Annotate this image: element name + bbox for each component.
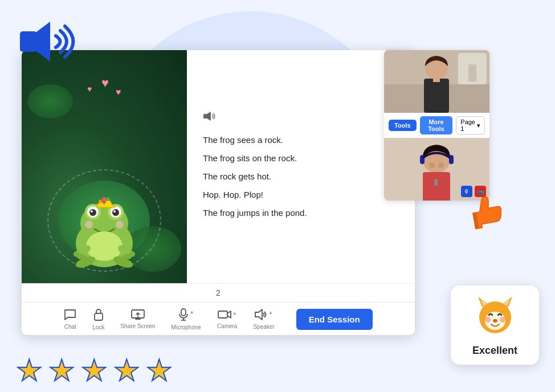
svg-rect-29 <box>203 114 207 119</box>
heart-3: ♥ <box>116 87 121 97</box>
browser-window: ♥ ♥ ♥ <box>22 50 415 335</box>
teacher-image <box>384 50 489 113</box>
story-line-2: The frog sits on the rock. <box>203 150 399 167</box>
camera-label: Camera <box>217 323 238 329</box>
heart-1: ♥ <box>87 84 92 93</box>
svg-point-13 <box>116 220 124 228</box>
tools-bar: Tools More Tools Page 1 ▾ <box>384 113 489 138</box>
svg-point-16 <box>99 200 102 203</box>
svg-point-18 <box>86 231 123 261</box>
more-tools-button[interactable]: More Tools <box>420 116 453 134</box>
svg-rect-33 <box>181 309 186 316</box>
mic-status-icon: 🎙 <box>461 186 472 197</box>
svg-point-52 <box>438 162 444 168</box>
microphone-arrow[interactable]: ▲ <box>190 309 194 315</box>
student-video: 🎙 📹 <box>384 138 489 201</box>
toolbar: Chat Lock Share Screen <box>22 302 415 335</box>
text-content: The frog sees a rock. The frog sits on t… <box>187 50 415 283</box>
camera-button[interactable]: ▲ Camera <box>217 309 238 329</box>
end-session-button[interactable]: End Session <box>296 309 373 330</box>
svg-rect-36 <box>218 311 227 318</box>
svg-point-9 <box>112 209 119 216</box>
svg-point-17 <box>107 198 110 201</box>
svg-marker-1 <box>36 22 50 62</box>
star-3: ★ <box>81 356 108 385</box>
svg-rect-0 <box>21 32 36 51</box>
page-select-chevron: ▾ <box>477 122 480 129</box>
fox-emoji <box>459 296 531 340</box>
speaker-label: Speaker <box>253 324 274 330</box>
video-panel: Tools More Tools Page 1 ▾ 🎙 📹 <box>384 50 489 201</box>
share-screen-label: Share Screen <box>120 323 155 329</box>
svg-rect-44 <box>433 77 440 82</box>
svg-point-12 <box>85 220 93 228</box>
frog-illustration: ♥ ♥ ♥ <box>22 50 187 283</box>
svg-rect-41 <box>468 64 476 81</box>
story-line-1: The frog sees a rock. <box>203 132 399 149</box>
speaker-arrow[interactable]: ▲ <box>268 310 273 315</box>
svg-point-59 <box>485 317 491 322</box>
lock-button[interactable]: Lock <box>92 308 104 330</box>
share-screen-button[interactable]: Share Screen <box>120 309 155 329</box>
star-1: ★ <box>16 356 43 385</box>
page-select[interactable]: Page 1 ▾ <box>456 116 485 134</box>
sound-indicator[interactable] <box>203 111 399 125</box>
svg-point-10 <box>91 210 93 213</box>
teacher-video <box>384 50 489 113</box>
svg-point-11 <box>113 210 116 213</box>
speaker-button[interactable]: ▲ Speaker <box>253 309 274 330</box>
book-content: ♥ ♥ ♥ <box>22 50 415 283</box>
svg-point-61 <box>493 319 497 322</box>
frog-svg <box>67 183 141 269</box>
star-2: ★ <box>48 356 75 385</box>
svg-point-8 <box>89 209 96 216</box>
speaker-icon <box>255 309 267 322</box>
star-4: ★ <box>113 356 140 385</box>
lock-label: Lock <box>92 324 104 330</box>
story-text: The frog sees a rock. The frog sits on t… <box>203 132 399 223</box>
svg-point-15 <box>102 197 107 202</box>
svg-marker-37 <box>255 309 262 320</box>
page-number: 2 <box>22 283 415 302</box>
chat-label: Chat <box>64 324 76 330</box>
star-5: ★ <box>146 356 173 385</box>
chat-icon <box>64 309 76 322</box>
svg-rect-50 <box>434 179 438 186</box>
svg-rect-43 <box>424 79 449 113</box>
camera-arrow[interactable]: ▲ <box>232 311 237 316</box>
svg-marker-30 <box>207 112 211 121</box>
thumbs-up-icon <box>464 191 508 240</box>
story-line-4: Hop. Hop. Plop! <box>203 186 399 203</box>
svg-point-51 <box>429 162 435 168</box>
svg-rect-49 <box>423 172 450 201</box>
story-line-3: The rock gets hot. <box>203 168 399 185</box>
story-line-5: The frog jumps in the pond. <box>203 205 399 222</box>
excellent-label: Excellent <box>459 345 531 357</box>
stars-row: ★ ★ ★ ★ ★ <box>16 356 173 385</box>
heart-2: ♥ <box>101 76 109 91</box>
share-screen-icon <box>131 309 145 321</box>
svg-point-60 <box>500 317 505 322</box>
camera-icon <box>218 309 231 321</box>
chat-button[interactable]: Chat <box>64 309 76 330</box>
microphone-label: Microphone <box>172 324 201 330</box>
svg-rect-31 <box>95 313 103 320</box>
microphone-icon <box>178 308 189 322</box>
tools-button[interactable]: Tools <box>389 120 417 131</box>
lock-icon <box>93 308 104 322</box>
microphone-button[interactable]: ▲ Microphone <box>172 308 201 330</box>
page-select-label: Page 1 <box>460 119 475 132</box>
sound-icon-big <box>16 16 90 67</box>
excellent-card: Excellent <box>451 285 539 365</box>
